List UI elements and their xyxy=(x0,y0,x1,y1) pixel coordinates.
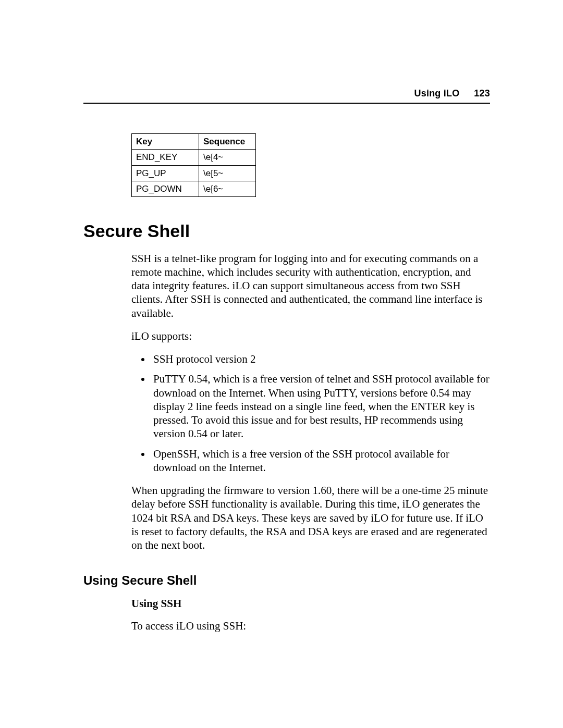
list-item: OpenSSH, which is a free version of the … xyxy=(151,447,490,475)
body-column: SSH is a telnet-like program for logging… xyxy=(131,252,490,552)
table-row: END_KEY \e[4~ xyxy=(132,150,256,165)
key-sequence-table: Key Sequence END_KEY \e[4~ PG_UP \e[5~ P… xyxy=(131,133,256,197)
table-cell-sequence: \e[4~ xyxy=(199,150,256,165)
body-column: Key Sequence END_KEY \e[4~ PG_UP \e[5~ P… xyxy=(131,133,490,197)
table-row: PG_DOWN \e[6~ xyxy=(132,181,256,196)
table-cell-key: PG_UP xyxy=(132,165,199,181)
paragraph: iLO supports: xyxy=(131,329,490,343)
table-cell-key: PG_DOWN xyxy=(132,181,199,196)
list-item: SSH protocol version 2 xyxy=(151,352,490,366)
list-item: PuTTY 0.54, which is a free version of t… xyxy=(151,372,490,440)
header-page-number: 123 xyxy=(474,88,490,98)
heading-using-secure-shell: Using Secure Shell xyxy=(83,573,490,588)
paragraph: To access iLO using SSH: xyxy=(131,619,490,633)
table-header-sequence: Sequence xyxy=(199,134,256,150)
paragraph: When upgrading the firmware to version 1… xyxy=(131,484,490,552)
heading-secure-shell: Secure Shell xyxy=(83,220,490,242)
page: Using iLO123 Key Sequence END_KEY \e[4~ … xyxy=(0,0,563,728)
table-cell-sequence: \e[6~ xyxy=(199,181,256,196)
table-header-key: Key xyxy=(132,134,199,150)
table-cell-key: END_KEY xyxy=(132,150,199,165)
table-header-row: Key Sequence xyxy=(132,134,256,150)
header-section: Using iLO xyxy=(414,88,460,98)
table-row: PG_UP \e[5~ xyxy=(132,165,256,181)
table-cell-sequence: \e[5~ xyxy=(199,165,256,181)
body-column: Using SSH To access iLO using SSH: xyxy=(131,597,490,633)
paragraph: SSH is a telnet-like program for logging… xyxy=(131,252,490,320)
bullet-list: SSH protocol version 2 PuTTY 0.54, which… xyxy=(131,352,490,474)
running-header: Using iLO123 xyxy=(83,88,490,104)
heading-using-ssh: Using SSH xyxy=(131,597,490,610)
